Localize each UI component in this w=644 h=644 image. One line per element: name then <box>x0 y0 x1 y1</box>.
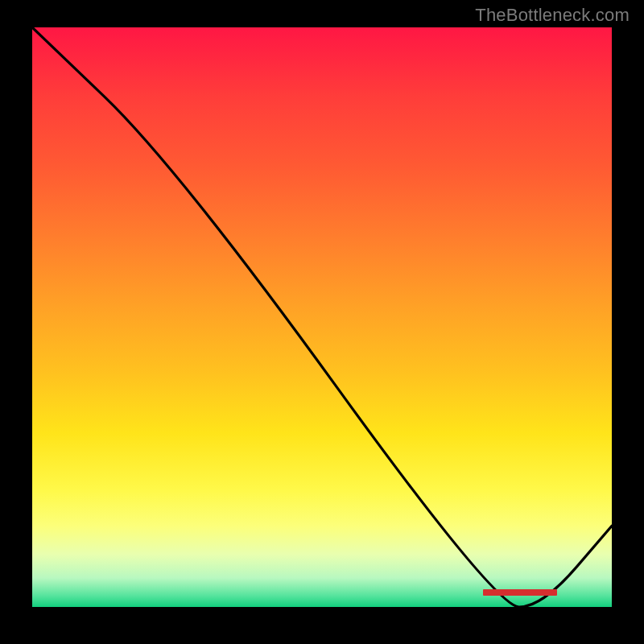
plot-area <box>32 27 612 607</box>
chart-frame: TheBottleneck.com <box>0 0 644 644</box>
redacted-label <box>483 589 557 596</box>
series-curve <box>32 27 612 607</box>
attribution-text: TheBottleneck.com <box>475 5 630 26</box>
curve-path <box>32 27 612 607</box>
